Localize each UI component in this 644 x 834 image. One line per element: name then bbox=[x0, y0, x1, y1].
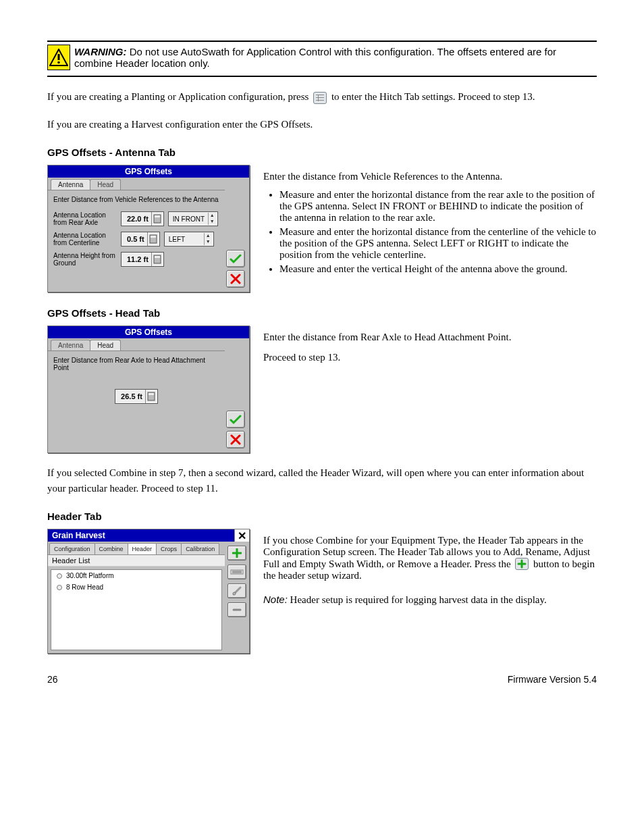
svg-rect-8 bbox=[155, 256, 160, 258]
calc-icon[interactable] bbox=[151, 253, 163, 266]
svg-rect-4 bbox=[155, 215, 160, 217]
bullet-2: Measure and enter the horizontal distanc… bbox=[279, 226, 597, 261]
footer-rev: Firmware Version 5.4 bbox=[508, 674, 597, 685]
svg-point-2 bbox=[57, 61, 60, 64]
combine-note: If you selected Combine in step 7, then … bbox=[47, 465, 597, 496]
list-item[interactable]: 8 Row Head bbox=[51, 581, 221, 593]
dialog-title: GPS Offsets bbox=[48, 326, 249, 338]
value-height[interactable]: 11.2 ft bbox=[121, 252, 164, 267]
list-item[interactable]: 30.00ft Platform bbox=[51, 570, 221, 581]
tab-head[interactable]: Head bbox=[90, 179, 121, 190]
dialog-title: GPS Offsets bbox=[48, 165, 249, 178]
tab-antenna[interactable]: Antenna bbox=[51, 340, 90, 350]
dialog-grain-harvest: Grain Harvest ✕ Configuration Combine He… bbox=[47, 529, 250, 654]
dialog-instruction: Enter Distance from Rear Axle to Head At… bbox=[53, 357, 219, 371]
dialog-gps-antenna: GPS Offsets Antenna Head Enter Distance … bbox=[47, 165, 250, 292]
select-in-front[interactable]: IN FRONT ▲▼ bbox=[168, 211, 218, 226]
footer-page: 26 bbox=[47, 674, 58, 685]
calc-icon[interactable] bbox=[147, 232, 159, 246]
dialog-gps-head: GPS Offsets Antenna Head Enter Distance … bbox=[47, 325, 250, 453]
bullet-1: Measure and enter the horizontal distanc… bbox=[279, 189, 597, 224]
antenna-bullets: Measure and enter the horizontal distanc… bbox=[279, 189, 597, 275]
radio-icon[interactable] bbox=[57, 573, 62, 579]
select-left[interactable]: LEFT ▲▼ bbox=[164, 232, 214, 246]
paragraph-gps-intro: If you are creating a Harvest configurat… bbox=[47, 117, 597, 132]
head-sub: Enter the distance from Rear Axle to Hea… bbox=[263, 332, 597, 343]
header-list-title: Header List bbox=[48, 555, 225, 567]
add-button[interactable] bbox=[227, 546, 246, 561]
warning-icon bbox=[47, 45, 70, 70]
warning-text: WARNING: Do not use AutoSwath for Applic… bbox=[74, 46, 597, 69]
head-proceed: Proceed to step 13. bbox=[263, 350, 597, 365]
rename-button[interactable] bbox=[227, 565, 246, 579]
header-note: Note: Header setup is required for loggi… bbox=[263, 594, 597, 606]
svg-rect-6 bbox=[151, 236, 156, 238]
svg-rect-11 bbox=[231, 570, 243, 574]
ok-button[interactable] bbox=[226, 250, 245, 267]
calc-icon[interactable] bbox=[145, 390, 157, 403]
tab-calibration[interactable]: Calibration bbox=[181, 543, 219, 554]
row-rear-axle: Antenna Location from Rear Axle 22.0 ft … bbox=[53, 211, 219, 226]
cancel-button[interactable] bbox=[226, 270, 245, 288]
bullet-3: Measure and enter the vertical Height of… bbox=[279, 263, 597, 275]
header-intro: If you chose Combine for your Equipment … bbox=[263, 535, 597, 581]
row-centerline: Antenna Location from Centerline 0.5 ft … bbox=[53, 232, 219, 246]
tab-antenna[interactable]: Antenna bbox=[51, 179, 90, 190]
warning-box: WARNING: Do not use AutoSwath for Applic… bbox=[47, 42, 597, 73]
svg-rect-1 bbox=[58, 54, 60, 60]
add-inline-icon bbox=[515, 558, 529, 570]
svg-rect-10 bbox=[149, 393, 154, 395]
tab-header[interactable]: Header bbox=[128, 543, 157, 554]
radio-icon[interactable] bbox=[57, 585, 62, 590]
row-height: Antenna Height from Ground 11.2 ft bbox=[53, 252, 219, 267]
tab-crops[interactable]: Crops bbox=[156, 543, 182, 554]
value-centerline[interactable]: 0.5 ft bbox=[121, 232, 160, 246]
calc-icon[interactable] bbox=[151, 212, 163, 226]
ok-button[interactable] bbox=[226, 411, 245, 428]
header-list: 30.00ft Platform 8 Row Head bbox=[51, 569, 222, 650]
tab-combine[interactable]: Combine bbox=[95, 543, 128, 554]
calculator-inline-icon bbox=[313, 92, 327, 104]
remove-button[interactable] bbox=[227, 602, 246, 617]
heading-header-tab: Header Tab bbox=[47, 511, 597, 522]
heading-gps-antenna: GPS Offsets - Antenna Tab bbox=[47, 147, 597, 158]
adjust-button[interactable] bbox=[227, 583, 246, 598]
antenna-sub: Enter the distance from Vehicle Referenc… bbox=[263, 171, 597, 182]
tab-head[interactable]: Head bbox=[90, 340, 121, 350]
value-head-distance[interactable]: 26.5 ft bbox=[115, 389, 158, 404]
paragraph-hitch: If you are creating a Planting or Applic… bbox=[47, 89, 597, 105]
value-rear-axle[interactable]: 22.0 ft bbox=[121, 211, 164, 226]
close-icon[interactable]: ✕ bbox=[234, 529, 249, 542]
cancel-button[interactable] bbox=[226, 431, 245, 448]
heading-gps-head: GPS Offsets - Head Tab bbox=[47, 307, 597, 319]
dialog-title: Grain Harvest ✕ bbox=[48, 529, 249, 542]
svg-point-14 bbox=[233, 592, 236, 595]
tab-configuration[interactable]: Configuration bbox=[49, 543, 95, 554]
dialog-instruction: Enter Distance from Vehicle References t… bbox=[53, 196, 219, 203]
